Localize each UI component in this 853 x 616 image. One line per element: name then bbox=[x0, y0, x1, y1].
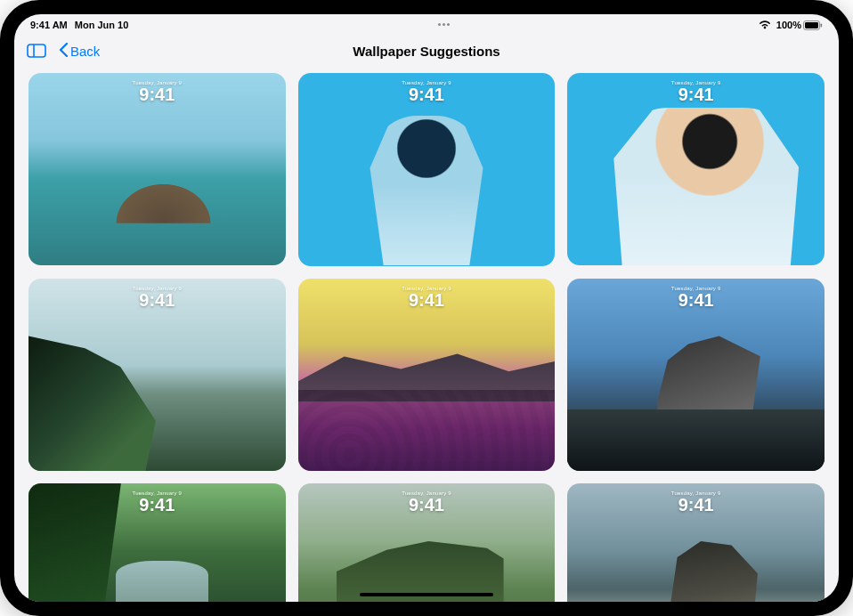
svg-rect-1 bbox=[805, 22, 818, 28]
tile-time: 9:41 bbox=[402, 85, 451, 103]
status-date: Mon Jun 10 bbox=[75, 20, 129, 30]
tile-date: Tuesday, January 9 bbox=[402, 80, 451, 85]
wallpaper-tile-portrait-blue-selfie[interactable]: Tuesday, January 99:41 bbox=[567, 73, 825, 265]
tile-time: 9:41 bbox=[671, 291, 721, 309]
home-indicator[interactable] bbox=[360, 593, 493, 596]
wifi-icon bbox=[759, 20, 771, 29]
page-title: Wallpaper Suggestions bbox=[353, 44, 500, 59]
tile-lockscreen-preview: Tuesday, January 99:41 bbox=[133, 80, 183, 103]
tile-time: 9:41 bbox=[402, 496, 451, 514]
tile-date: Tuesday, January 9 bbox=[402, 490, 451, 496]
status-bar: 9:41 AM Mon Jun 10 100% bbox=[14, 14, 839, 34]
tile-time: 9:41 bbox=[133, 85, 183, 103]
tile-lockscreen-preview: Tuesday, January 99:41 bbox=[402, 286, 451, 309]
wallpaper-tile-volcano-lagoon[interactable]: Tuesday, January 99:41 bbox=[28, 73, 286, 265]
tile-date: Tuesday, January 9 bbox=[671, 286, 721, 291]
tile-time: 9:41 bbox=[671, 85, 721, 103]
wallpaper-grid: Tuesday, January 99:41Tuesday, January 9… bbox=[28, 73, 825, 602]
tile-lockscreen-preview: Tuesday, January 99:41 bbox=[671, 80, 721, 103]
back-button[interactable]: Back bbox=[59, 43, 100, 60]
status-right: 100% bbox=[759, 20, 823, 30]
wallpaper-tile-ocean-rock-formation[interactable]: Tuesday, January 99:41 bbox=[567, 483, 825, 602]
battery-text: 100% bbox=[776, 20, 801, 30]
status-time: 9:41 AM bbox=[30, 20, 68, 30]
battery-indicator: 100% bbox=[776, 20, 823, 30]
tile-time: 9:41 bbox=[133, 496, 183, 514]
tile-time: 9:41 bbox=[133, 291, 183, 309]
svg-rect-2 bbox=[821, 23, 823, 27]
ipad-frame: 9:41 AM Mon Jun 10 100% bbox=[0, 0, 853, 616]
tile-date: Tuesday, January 9 bbox=[133, 80, 183, 85]
wallpaper-tile-jungle-stream[interactable]: Tuesday, January 99:41 bbox=[28, 483, 286, 602]
multitask-indicator[interactable] bbox=[433, 22, 454, 27]
status-left: 9:41 AM Mon Jun 10 bbox=[30, 20, 128, 30]
nav-bar: Back Wallpaper Suggestions bbox=[14, 34, 839, 68]
tile-lockscreen-preview: Tuesday, January 99:41 bbox=[133, 286, 183, 309]
wallpaper-tile-portrait-blue-bob[interactable]: Tuesday, January 99:41 bbox=[298, 73, 556, 266]
tile-date: Tuesday, January 9 bbox=[671, 80, 721, 85]
sidebar-toggle-button[interactable] bbox=[27, 43, 46, 59]
battery-icon bbox=[803, 20, 823, 30]
tile-lockscreen-preview: Tuesday, January 99:41 bbox=[402, 80, 451, 103]
wallpaper-tile-green-plateau-cliffs[interactable]: Tuesday, January 99:41 bbox=[298, 483, 556, 602]
back-label: Back bbox=[70, 44, 100, 59]
tile-date: Tuesday, January 9 bbox=[671, 490, 721, 496]
tile-date: Tuesday, January 9 bbox=[133, 286, 183, 291]
chevron-left-icon bbox=[59, 43, 69, 60]
tile-lockscreen-preview: Tuesday, January 99:41 bbox=[402, 490, 451, 514]
wallpaper-tile-duotone-rocky-beach[interactable]: Tuesday, January 99:41 bbox=[298, 279, 556, 472]
wallpaper-grid-container: Tuesday, January 99:41Tuesday, January 9… bbox=[14, 68, 839, 602]
tile-time: 9:41 bbox=[402, 291, 451, 309]
wallpaper-tile-tropical-cliff-greenery[interactable]: Tuesday, January 99:41 bbox=[28, 279, 286, 471]
tile-date: Tuesday, January 9 bbox=[402, 286, 451, 291]
wallpaper-tile-dark-sand-seastack[interactable]: Tuesday, January 99:41 bbox=[567, 279, 825, 471]
svg-rect-3 bbox=[28, 45, 45, 57]
tile-lockscreen-preview: Tuesday, January 99:41 bbox=[133, 490, 183, 514]
tile-lockscreen-preview: Tuesday, January 99:41 bbox=[671, 490, 721, 514]
tile-date: Tuesday, January 9 bbox=[133, 490, 183, 496]
tile-time: 9:41 bbox=[671, 496, 721, 514]
tile-lockscreen-preview: Tuesday, January 99:41 bbox=[671, 286, 721, 309]
screen: 9:41 AM Mon Jun 10 100% bbox=[14, 14, 839, 602]
